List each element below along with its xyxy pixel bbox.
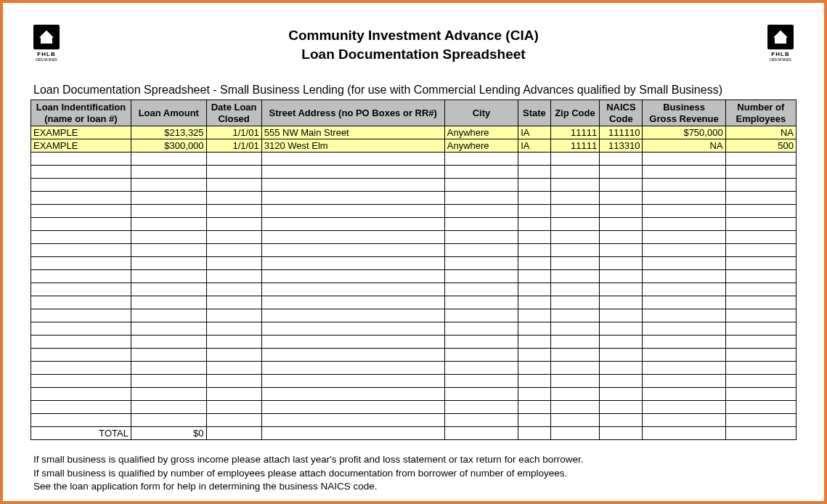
- cell-empty: [444, 401, 518, 414]
- cell-empty: [518, 231, 550, 244]
- table-header: Loan Indentification(name or loan #)Loan…: [31, 100, 797, 126]
- cell-empty: [206, 336, 261, 349]
- cell-empty: [261, 362, 444, 375]
- cell-id: EXAMPLE: [31, 139, 131, 153]
- cell-empty: [131, 362, 206, 375]
- cell-empty: [725, 375, 796, 388]
- cell-empty: [725, 153, 796, 166]
- table-row-empty: [31, 296, 797, 309]
- cell-empty: [550, 401, 600, 414]
- table-row-empty: [31, 153, 797, 166]
- cell-empty: [725, 244, 796, 257]
- cell-addr: 3120 West Elm: [261, 139, 444, 153]
- cell-empty: [643, 257, 725, 270]
- cell-empty: [600, 401, 643, 414]
- cell-empty: [725, 231, 796, 244]
- footnote-2: See the loan application form for help i…: [33, 480, 797, 493]
- cell-empty: [444, 192, 518, 205]
- cell-empty: [643, 153, 725, 166]
- cell-empty: [261, 218, 444, 231]
- cell-empty: [261, 296, 444, 309]
- header-row: Loan Indentification(name or loan #)Loan…: [31, 100, 797, 126]
- cell-empty: [31, 231, 131, 244]
- cell-empty: [31, 166, 131, 179]
- cell-empty: [550, 179, 600, 192]
- cell-empty: [131, 309, 206, 322]
- cell-empty: [550, 427, 600, 440]
- cell-empty: [518, 375, 550, 388]
- cell-empty: [600, 362, 643, 375]
- cell-empty: [643, 401, 725, 414]
- cell-empty: [643, 205, 725, 218]
- cell-empty: [550, 322, 600, 336]
- table-row-empty: [31, 349, 797, 362]
- cell-empty: [444, 414, 518, 427]
- cell-emp: 500: [725, 139, 796, 153]
- column-header-7: NAICSCode: [600, 100, 643, 126]
- cell-empty: [600, 336, 643, 349]
- table-row-empty: [31, 362, 797, 375]
- cell-empty: [518, 244, 550, 257]
- cell-empty: [206, 362, 261, 375]
- cell-empty: [518, 362, 550, 375]
- cell-empty: [31, 153, 131, 166]
- cell-empty: [444, 153, 518, 166]
- document-frame: FHLB DES MOINES Community Investment Adv…: [0, 0, 827, 504]
- table-row: EXAMPLE$213,3251/1/01555 NW Main StreetA…: [31, 126, 797, 139]
- cell-empty: [261, 322, 444, 336]
- cell-date: 1/1/01: [206, 126, 261, 139]
- cell-empty: [725, 362, 796, 375]
- header-line1: Date Loan: [209, 102, 259, 113]
- cell-empty: [600, 388, 643, 401]
- table-row-empty: [31, 231, 797, 244]
- cell-empty: [518, 309, 550, 322]
- table-row-empty: [31, 336, 797, 349]
- column-header-8: BusinessGross Revenue: [643, 100, 725, 126]
- cell-empty: [444, 283, 518, 296]
- cell-empty: [600, 244, 643, 257]
- cell-empty: [206, 309, 261, 322]
- cell-empty: [261, 283, 444, 296]
- cell-empty: [131, 349, 206, 362]
- cell-empty: [725, 349, 796, 362]
- cell-empty: [518, 401, 550, 414]
- title-line-1: Community Investment Advance (CIA): [62, 26, 765, 45]
- cell-empty: [518, 283, 550, 296]
- cell-empty: [131, 244, 206, 257]
- cell-empty: [518, 257, 550, 270]
- cell-empty: [550, 375, 600, 388]
- table-body: EXAMPLE$213,3251/1/01555 NW Main StreetA…: [31, 126, 797, 440]
- cell-empty: [600, 427, 643, 440]
- cell-empty: [131, 270, 206, 283]
- cell-empty: [518, 296, 550, 309]
- cell-empty: [131, 166, 206, 179]
- cell-empty: [31, 388, 131, 401]
- cell-empty: [261, 153, 444, 166]
- cell-empty: [518, 179, 550, 192]
- cell-empty: [643, 309, 725, 322]
- title-line-2: Loan Documentation Spreadsheet: [62, 45, 765, 64]
- cell-empty: [206, 401, 261, 414]
- cell-empty: [31, 179, 131, 192]
- cell-empty: [131, 153, 206, 166]
- table-row-empty: [31, 257, 797, 270]
- column-header-3: Street Address (no PO Boxes or RR#): [261, 100, 444, 126]
- table-row-empty: [31, 414, 797, 427]
- cell-empty: [206, 270, 261, 283]
- house-icon: [767, 25, 794, 49]
- cell-empty: [206, 375, 261, 388]
- logo-text: FHLB: [37, 51, 55, 57]
- cell-empty: [444, 296, 518, 309]
- cell-empty: [206, 231, 261, 244]
- cell-date: 1/1/01: [206, 139, 261, 153]
- cell-empty: [261, 205, 444, 218]
- cell-empty: [131, 192, 206, 205]
- cell-empty: [725, 205, 796, 218]
- cell-empty: [518, 166, 550, 179]
- loan-table: Loan Indentification(name or loan #)Loan…: [30, 99, 797, 440]
- cell-empty: [643, 166, 725, 179]
- column-header-5: State: [518, 100, 550, 126]
- cell-amt: $213,325: [131, 126, 206, 139]
- cell-empty: [600, 296, 643, 309]
- table-row-empty: [31, 179, 797, 192]
